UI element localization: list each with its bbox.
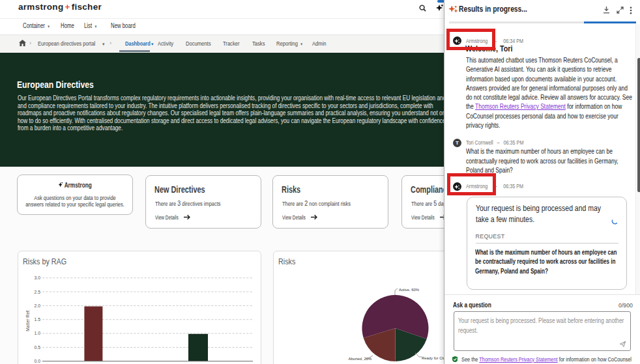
svg-text:Active, 60%: Active, 60%	[399, 288, 420, 292]
svg-text:Matter Ref.: Matter Ref.	[25, 309, 30, 331]
svg-text:2.0: 2.0	[35, 303, 41, 308]
svg-text:0.0: 0.0	[35, 359, 41, 363]
svg-text:3.0: 3.0	[35, 275, 41, 280]
svg-text:0.5: 0.5	[35, 345, 41, 350]
svg-text:1.0: 1.0	[35, 331, 41, 335]
svg-text:1.5: 1.5	[35, 317, 41, 322]
svg-text:Aborted, 20%: Aborted, 20%	[349, 357, 372, 361]
svg-text:2.5: 2.5	[35, 290, 41, 294]
